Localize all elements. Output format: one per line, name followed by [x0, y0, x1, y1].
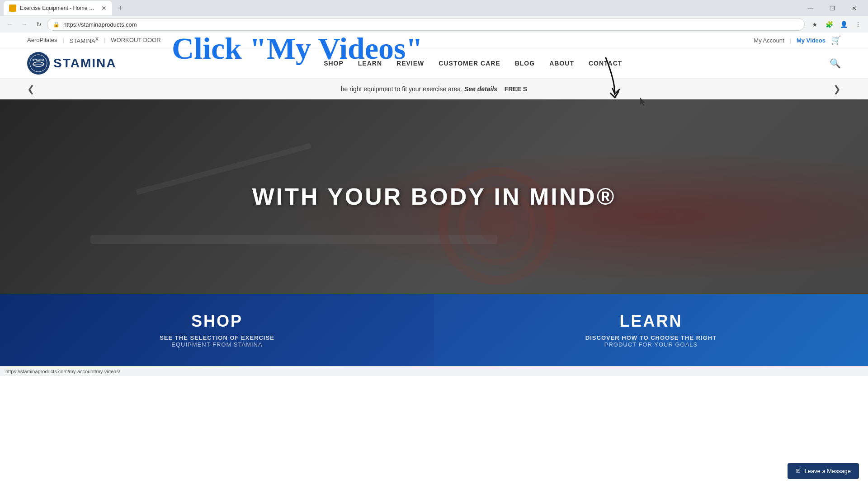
close-button[interactable]: ✕ — [844, 1, 864, 15]
cart-icon[interactable]: 🛒 — [831, 35, 841, 45]
svg-text:STAMINA: STAMINA — [33, 59, 45, 61]
svg-rect-4 — [90, 235, 497, 244]
brand-staminax[interactable]: STAMINAX — [70, 36, 99, 44]
bookmark-button[interactable]: ★ — [808, 18, 821, 31]
new-tab-button[interactable]: + — [114, 2, 127, 14]
nav-shop[interactable]: SHOP — [324, 60, 344, 67]
my-account-link[interactable]: My Account — [754, 37, 784, 44]
learn-section[interactable]: LEARN DISCOVER HOW TO CHOOSE THE RIGHT P… — [434, 294, 868, 366]
shop-subtitle2: EQUIPMENT FROM STAMINA — [171, 341, 262, 348]
shop-section[interactable]: SHOP SEE THE SELECTION OF EXERCISE EQUIP… — [0, 294, 434, 366]
nav-links: SHOP LEARN REVIEW CUSTOMER CARE BLOG ABO… — [324, 60, 622, 67]
nav-learn[interactable]: LEARN — [358, 60, 382, 67]
nav-contact[interactable]: CONTACT — [589, 60, 622, 67]
restore-button[interactable]: ❐ — [822, 1, 843, 15]
learn-title: LEARN — [620, 312, 683, 331]
nav-customer-care[interactable]: CUSTOMER CARE — [439, 60, 500, 67]
browser-action-buttons: ★ 🧩 👤 ⋮ — [808, 18, 864, 31]
chat-label: Leave a Message — [804, 468, 851, 474]
bottom-sections: SHOP SEE THE SELECTION OF EXERCISE EQUIP… — [0, 294, 868, 366]
minimize-button[interactable]: — — [800, 1, 821, 15]
browser-titlebar: Exercise Equipment - Home Fitr... ✕ + — … — [0, 0, 868, 16]
tab-favicon — [9, 5, 16, 12]
nav-blog[interactable]: BLOG — [515, 60, 535, 67]
nav-about[interactable]: ABOUT — [549, 60, 574, 67]
chat-widget[interactable]: ✉ Leave a Message — [788, 463, 859, 479]
shop-title: SHOP — [191, 312, 243, 331]
prev-announcement-arrow[interactable]: ❮ — [27, 84, 35, 94]
nav-review[interactable]: REVIEW — [396, 60, 424, 67]
window-controls: — ❐ ✕ — [800, 1, 864, 15]
free-shipping-text: FREE S — [505, 85, 528, 93]
hero-section: WITH YOUR BODY IN MIND® — [0, 99, 868, 294]
learn-subtitle: DISCOVER HOW TO CHOOSE THE RIGHT — [585, 334, 717, 341]
svg-point-8 — [479, 208, 515, 244]
back-button[interactable]: ← — [4, 18, 16, 31]
learn-subtitle2: PRODUCT FOR YOUR GOALS — [604, 341, 698, 348]
reload-button[interactable]: ↻ — [33, 18, 45, 31]
logo-text: STAMINA — [53, 56, 116, 70]
brand-links: AeroPilates | STAMINAX | WORKOUT DOOR — [27, 36, 161, 44]
navbar: STAMINA STAMINA SHOP LEARN REVIEW CUSTOM… — [0, 48, 868, 79]
more-options-button[interactable]: ⋮ — [852, 18, 864, 31]
address-bar[interactable]: 🔒 https://staminaproducts.com — [47, 18, 805, 31]
logo-icon: STAMINA — [27, 52, 50, 75]
logo-area: STAMINA STAMINA — [27, 52, 116, 75]
profile-button[interactable]: 👤 — [837, 18, 850, 31]
announcement-main-text: he right equipment to fit your exercise … — [341, 85, 462, 93]
website: AeroPilates | STAMINAX | WORKOUT DOOR My… — [0, 33, 868, 366]
lock-icon: 🔒 — [53, 21, 60, 28]
shop-subtitle: SEE THE SELECTION OF EXERCISE — [160, 334, 274, 341]
tab-close-button[interactable]: ✕ — [101, 5, 107, 12]
search-icon[interactable]: 🔍 — [830, 58, 841, 69]
url-text: https://staminaproducts.com — [63, 21, 137, 28]
top-account-links: My Account | My Videos 🛒 — [754, 35, 841, 45]
hero-content: WITH YOUR BODY IN MIND® — [252, 183, 616, 210]
tab-title: Exercise Equipment - Home Fitr... — [20, 5, 98, 11]
extensions-button[interactable]: 🧩 — [823, 18, 835, 31]
svg-point-0 — [30, 55, 47, 72]
status-bar: https://staminaproducts.com/my-account/m… — [0, 366, 868, 376]
account-separator: | — [790, 37, 791, 44]
forward-button[interactable]: → — [18, 18, 31, 31]
next-announcement-arrow[interactable]: ❯ — [833, 84, 841, 94]
browser-controls: ← → ↻ 🔒 https://staminaproducts.com ★ 🧩 … — [0, 16, 868, 33]
my-videos-link[interactable]: My Videos — [797, 37, 826, 44]
brand-workout-door[interactable]: WORKOUT DOOR — [111, 37, 160, 43]
brand-separator-2: | — [104, 37, 105, 43]
browser-chrome: Exercise Equipment - Home Fitr... ✕ + — … — [0, 0, 868, 33]
see-details-link[interactable]: See details — [464, 85, 497, 93]
announcement-bar: ❮ he right equipment to fit your exercis… — [0, 79, 868, 99]
announcement-text: he right equipment to fit your exercise … — [42, 85, 826, 93]
status-url: https://staminaproducts.com/my-account/m… — [5, 369, 120, 374]
page-wrapper: Exercise Equipment - Home Fitr... ✕ + — … — [0, 0, 868, 376]
browser-tab-active[interactable]: Exercise Equipment - Home Fitr... ✕ — [4, 1, 112, 15]
chat-icon: ✉ — [796, 468, 801, 474]
brand-separator-1: | — [62, 37, 64, 43]
hero-title: WITH YOUR BODY IN MIND® — [252, 183, 616, 210]
brand-aeropilates[interactable]: AeroPilates — [27, 37, 57, 43]
brand-bar: AeroPilates | STAMINAX | WORKOUT DOOR My… — [0, 33, 868, 48]
